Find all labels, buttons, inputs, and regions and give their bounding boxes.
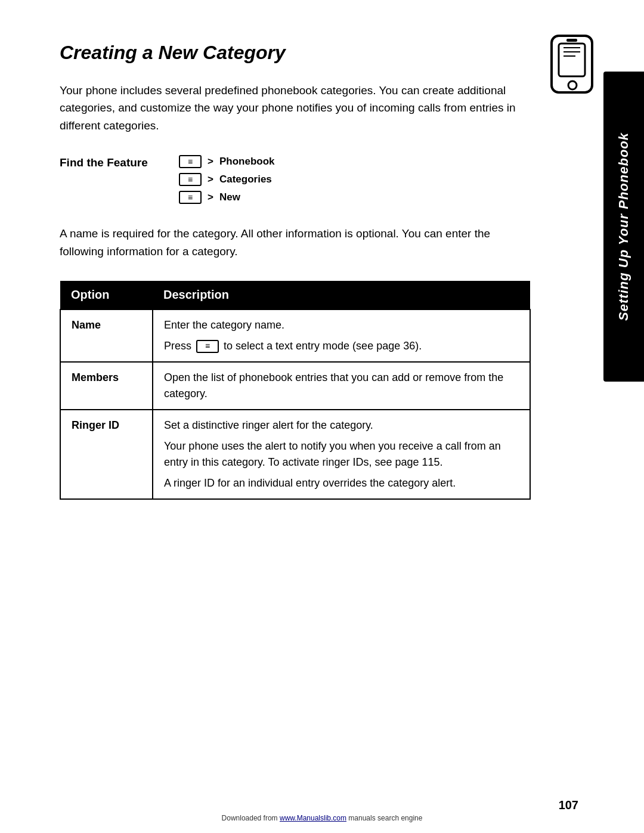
description-name-cell: Enter the category name. Press to select…: [153, 309, 530, 362]
option-name-cell: Name: [60, 309, 153, 362]
menu-icon-inline: [196, 340, 219, 353]
step-arrow-1: >: [208, 156, 213, 168]
intro-text: Your phone includes several predefined p…: [60, 82, 531, 134]
find-feature-steps: > Phonebook > Categories > New: [179, 155, 275, 204]
option-ringerid-cell: Ringer ID: [60, 410, 153, 499]
footer-text: Downloaded from www.Manualslib.com manua…: [222, 814, 423, 822]
members-description-content: Open the list of phonebook entries that …: [164, 370, 519, 402]
step-label-phonebook: Phonebook: [219, 156, 275, 168]
table-row: Ringer ID Set a distinctive ringer alert…: [60, 410, 530, 499]
page-title: Creating a New Category: [60, 42, 531, 64]
step-arrow-2: >: [208, 174, 213, 185]
step-label-categories: Categories: [219, 174, 272, 185]
name-description-content: Enter the category name. Press to select…: [164, 317, 519, 354]
description-members-cell: Open the list of phonebook entries that …: [153, 362, 530, 410]
menu-icon-1: [179, 155, 202, 168]
step-label-new: New: [219, 191, 240, 203]
description-ringerid-cell: Set a distinctive ringer alert for the c…: [153, 410, 530, 499]
options-table: Option Description Name Enter the catego…: [60, 281, 531, 500]
table-header-description: Description: [153, 281, 530, 309]
name-desc-2: Press to select a text entry mode (see p…: [164, 338, 519, 354]
page-container: Creating a New Category Your phone inclu…: [0, 0, 644, 833]
feature-step-categories: > Categories: [179, 173, 275, 186]
step-arrow-3: >: [208, 191, 213, 203]
menu-icon-2: [179, 173, 202, 186]
option-members-cell: Members: [60, 362, 153, 410]
feature-step-new: > New: [179, 191, 275, 204]
page-number: 107: [559, 798, 578, 812]
main-content: Creating a New Category Your phone inclu…: [60, 42, 531, 500]
table-header-option: Option: [60, 281, 153, 309]
ringerid-desc-1: Set a distinctive ringer alert for the c…: [164, 417, 519, 433]
find-feature-label: Find the Feature: [60, 156, 161, 169]
table-row: Members Open the list of phonebook entri…: [60, 362, 530, 410]
menu-icon-3: [179, 191, 202, 204]
ringerid-description-content: Set a distinctive ringer alert for the c…: [164, 417, 519, 491]
table-row: Name Enter the category name. Press to s…: [60, 309, 530, 362]
ringerid-desc-2: Your phone uses the alert to notify you …: [164, 438, 519, 470]
description-text: A name is required for the category. All…: [60, 225, 531, 260]
feature-step-phonebook: > Phonebook: [179, 155, 275, 168]
name-desc-1: Enter the category name.: [164, 317, 519, 333]
ringerid-desc-3: A ringer ID for an individual entry over…: [164, 475, 519, 491]
footer-link[interactable]: www.Manualslib.com: [280, 814, 346, 822]
table-header-row: Option Description: [60, 281, 530, 309]
find-feature-section: Find the Feature > Phonebook > Categorie…: [60, 155, 531, 204]
members-desc-1: Open the list of phonebook entries that …: [164, 370, 519, 402]
